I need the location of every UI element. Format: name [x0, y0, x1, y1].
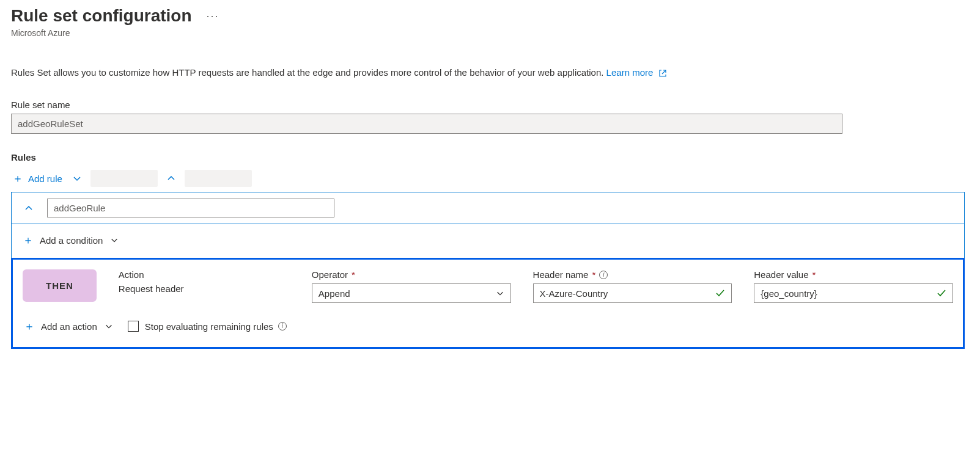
add-rule-button[interactable]: ＋ Add rule — [11, 169, 64, 188]
more-actions-button[interactable]: ··· — [203, 10, 223, 23]
rules-toolbar: ＋ Add rule — [11, 169, 969, 188]
add-action-label: Add an action — [41, 321, 97, 332]
add-action-button[interactable]: ＋ Add an action — [23, 316, 114, 336]
header-value-column: Header value * {geo_country} — [754, 269, 953, 303]
stop-evaluating-checkbox[interactable] — [128, 321, 139, 332]
action-value: Request header — [119, 283, 290, 294]
header-value-input[interactable]: {geo_country} — [754, 283, 953, 303]
header-name-label: Header name * i — [533, 269, 732, 280]
action-column: Action Request header — [119, 269, 290, 294]
add-condition-button[interactable]: ＋ Add a condition — [21, 230, 120, 250]
operator-value: Append — [319, 288, 350, 299]
info-icon[interactable]: i — [599, 271, 608, 279]
plus-icon: ＋ — [12, 171, 23, 186]
chevron-down-icon — [496, 289, 504, 298]
ruleset-name-label: Rule set name — [11, 100, 969, 110]
intro-body: Rules Set allows you to customize how HT… — [11, 67, 606, 78]
then-badge: THEN — [23, 269, 97, 302]
header-value-value: {geo_country} — [761, 288, 817, 299]
collapse-rule-button[interactable] — [19, 201, 39, 216]
checkmark-icon — [715, 288, 725, 298]
chevron-down-icon — [110, 236, 119, 244]
header-value-label: Header value * — [754, 269, 953, 280]
external-link-icon — [658, 69, 667, 78]
operator-label-text: Operator — [312, 269, 348, 280]
rules-heading: Rules — [11, 152, 969, 162]
header-name-value: X-Azure-Country — [540, 288, 608, 299]
info-icon[interactable]: i — [278, 322, 287, 330]
rule-name-input[interactable] — [47, 199, 334, 217]
learn-more-label: Learn more — [606, 67, 654, 78]
rule-header — [12, 192, 964, 224]
stop-evaluating-text: Stop evaluating remaining rules — [145, 321, 273, 332]
conditions-section: ＋ Add a condition — [12, 224, 964, 258]
chevron-up-icon — [166, 173, 176, 183]
stop-evaluating-label: Stop evaluating remaining rules i — [145, 321, 287, 332]
action-label: Action — [119, 269, 290, 280]
operator-label: Operator * — [312, 269, 511, 280]
required-star: * — [352, 269, 355, 280]
operator-select[interactable]: Append — [312, 283, 511, 303]
chevron-up-icon — [24, 203, 34, 213]
intro-text: Rules Set allows you to customize how HT… — [11, 67, 969, 78]
add-rule-label: Add rule — [28, 173, 62, 184]
actions-section: THEN Action Request header Operator * Ap… — [11, 258, 965, 349]
page-subtitle: Microsoft Azure — [11, 28, 969, 38]
required-star: * — [812, 269, 816, 280]
chevron-down-icon — [72, 173, 82, 183]
ruleset-name-input[interactable] — [11, 114, 842, 134]
move-down-button[interactable] — [67, 171, 87, 186]
rule-container: ＋ Add a condition THEN Action Request he… — [11, 192, 965, 349]
header-value-label-text: Header value — [754, 269, 808, 280]
add-condition-label: Add a condition — [40, 235, 103, 246]
move-down-target[interactable] — [90, 170, 158, 187]
page-title: Rule set configuration — [11, 6, 192, 26]
chevron-down-icon — [105, 322, 113, 330]
header-name-input[interactable]: X-Azure-Country — [533, 283, 732, 303]
move-up-button[interactable] — [161, 171, 181, 186]
learn-more-link[interactable]: Learn more — [606, 67, 667, 78]
checkmark-icon — [937, 288, 946, 298]
action-footer: ＋ Add an action Stop evaluating remainin… — [23, 316, 953, 336]
header-name-label-text: Header name — [533, 269, 589, 280]
move-up-target[interactable] — [185, 170, 252, 187]
plus-icon: ＋ — [24, 319, 35, 334]
operator-column: Operator * Append — [312, 269, 511, 303]
required-star: * — [592, 269, 595, 280]
plus-icon: ＋ — [23, 233, 34, 247]
action-row: THEN Action Request header Operator * Ap… — [23, 269, 953, 303]
header-name-column: Header name * i X-Azure-Country — [533, 269, 732, 303]
